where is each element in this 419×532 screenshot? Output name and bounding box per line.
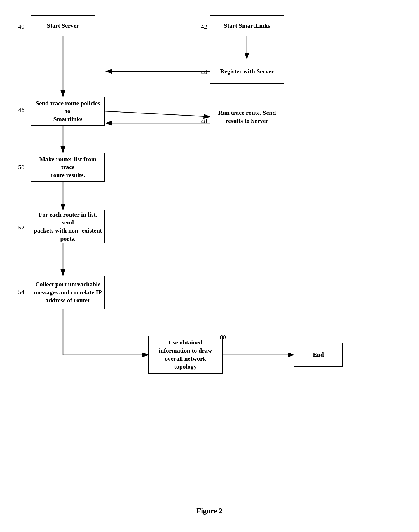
svg-line-4 <box>105 111 210 117</box>
label-52: 52 <box>18 224 24 231</box>
run-trace-label: Run trace route. Sendresults to Server <box>218 109 276 125</box>
register-server-label: Register with Server <box>220 67 274 76</box>
label-42: 42 <box>201 23 207 30</box>
label-60: 60 <box>220 334 226 341</box>
collect-port-label: Collect port unreachablemessages and cor… <box>34 280 102 304</box>
send-trace-box: Send trace route policies toSmartlinks <box>31 97 105 126</box>
make-router-list-box: Make router list from traceroute results… <box>31 153 105 182</box>
run-trace-box: Run trace route. Sendresults to Server <box>210 104 284 130</box>
use-obtained-label: Use obtainedinformation to drawoverall n… <box>159 339 212 371</box>
use-obtained-box: Use obtainedinformation to drawoverall n… <box>148 336 223 374</box>
label-44: 44 <box>201 69 207 76</box>
make-router-list-label: Make router list from traceroute results… <box>34 155 102 179</box>
send-packets-box: For each router in list, sendpackets wit… <box>31 210 105 243</box>
label-40: 40 <box>18 23 24 30</box>
arrows-svg <box>0 0 419 532</box>
diagram: Start Server Start SmartLinks Register w… <box>0 0 419 532</box>
end-label: End <box>313 351 324 359</box>
label-46: 46 <box>18 106 24 114</box>
end-box: End <box>294 343 343 367</box>
figure-caption: Figure 2 <box>0 507 419 515</box>
send-packets-label: For each router in list, sendpackets wit… <box>34 211 102 243</box>
start-server-label: Start Server <box>47 22 79 30</box>
start-smartlinks-box: Start SmartLinks <box>210 15 284 36</box>
start-smartlinks-label: Start SmartLinks <box>224 22 270 30</box>
collect-port-box: Collect port unreachablemessages and cor… <box>31 276 105 309</box>
start-server-box: Start Server <box>31 15 95 36</box>
register-server-box: Register with Server <box>210 59 284 84</box>
label-54: 54 <box>18 288 24 296</box>
label-50: 50 <box>18 164 24 171</box>
label-48: 48 <box>201 118 207 125</box>
send-trace-label: Send trace route policies toSmartlinks <box>34 99 102 123</box>
